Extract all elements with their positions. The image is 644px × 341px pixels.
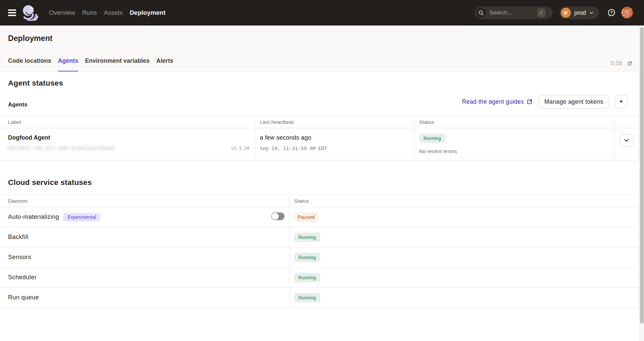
agent-heartbeat-relative: a few seconds ago xyxy=(260,134,414,142)
auto-materializing-toggle[interactable] xyxy=(271,212,284,220)
agents-col-actions xyxy=(614,116,638,128)
scrollbar-thumb[interactable] xyxy=(640,27,644,324)
agents-col-status: Status xyxy=(414,116,614,128)
read-agent-guides-label: Read the agent guides xyxy=(462,98,524,105)
daemon-status-badge: Running xyxy=(294,253,320,262)
refresh-countdown: 0:16 xyxy=(611,60,622,67)
agents-table: Label Last heartbeat Status Dogfood Agen… xyxy=(0,116,639,160)
daemon-status-badge: Running xyxy=(294,233,320,242)
daemon-row-scheduler: Scheduler Running xyxy=(0,267,638,288)
daemon-status-badge: Running xyxy=(294,273,320,282)
daemon-name: Scheduler xyxy=(8,274,37,281)
primary-nav-links: Overview Runs Assets Deployment xyxy=(49,9,166,16)
external-link-icon xyxy=(527,99,532,105)
agents-toolbar: Agents Read the agent guides Manage agen… xyxy=(8,95,628,108)
svg-text:?: ? xyxy=(610,10,613,15)
agent-tokens-dropdown-button[interactable] xyxy=(615,95,628,108)
daemon-name: Sensors xyxy=(8,254,31,260)
caret-down-icon xyxy=(620,101,623,103)
user-avatar[interactable] xyxy=(621,7,633,19)
refresh-icon[interactable] xyxy=(627,61,633,66)
chevron-down-icon xyxy=(624,139,629,142)
cloud-col-status: Status xyxy=(289,195,638,207)
main-content: Agent statuses Agents Read the agent gui… xyxy=(0,71,644,308)
deployment-switcher[interactable]: P prod xyxy=(559,6,599,19)
search-icon xyxy=(476,8,486,18)
nav-link-runs[interactable]: Runs xyxy=(82,9,97,16)
agent-row-expand-button[interactable] xyxy=(620,134,633,147)
agent-heartbeat-timestamp: Sep 19, 11:31:59 AM EDT xyxy=(260,146,414,151)
tab-agents[interactable]: Agents xyxy=(58,57,78,71)
deployment-switcher-label: prod xyxy=(574,9,586,16)
experimental-badge: Experimental xyxy=(63,213,100,222)
nav-link-assets[interactable]: Assets xyxy=(104,9,123,16)
agents-col-label: Label xyxy=(0,116,255,128)
daemon-status-badge: Paused xyxy=(294,212,319,222)
manage-agent-tokens-button[interactable]: Manage agent tokens xyxy=(539,95,609,108)
cloud-table-header-row: Daemon Status xyxy=(0,195,638,207)
deployment-tabs: Code locations Agents Environment variab… xyxy=(8,57,173,71)
read-agent-guides-link[interactable]: Read the agent guides xyxy=(462,98,533,105)
global-search-input[interactable]: Search... / xyxy=(475,6,553,19)
cloud-col-daemon: Daemon xyxy=(0,195,289,207)
daemon-row-sensors: Sensors Running xyxy=(0,247,638,267)
daemon-name: Run queue xyxy=(8,294,39,301)
tab-code-locations[interactable]: Code locations xyxy=(8,57,51,71)
daemon-row-run-queue: Run queue Running xyxy=(0,288,638,308)
daemon-name: Auto-materializing xyxy=(8,213,59,221)
agent-status-note: No recent errors xyxy=(419,148,614,154)
top-navigation-bar: Overview Runs Assets Deployment Search..… xyxy=(0,0,644,26)
nav-link-deployment[interactable]: Deployment xyxy=(130,9,166,16)
cloud-services-table: Daemon Status Auto-materializing Experim… xyxy=(0,195,639,308)
page-title: Deployment xyxy=(8,26,644,43)
nav-link-overview[interactable]: Overview xyxy=(49,9,75,16)
chevron-down-icon xyxy=(589,11,594,15)
daemon-row-auto-materializing: Auto-materializing Experimental Paused xyxy=(0,207,638,227)
dagster-logo-icon[interactable] xyxy=(23,5,38,21)
agent-version: v1.1.20 xyxy=(231,146,250,151)
tab-alerts[interactable]: Alerts xyxy=(156,57,173,71)
agents-col-last-heartbeat: Last heartbeat xyxy=(255,116,414,128)
agent-id-redacted: 5017873-23b-47f-a9b-9c995a237b8e42 xyxy=(8,146,116,151)
tab-environment-variables[interactable]: Environment variables xyxy=(85,57,150,71)
page-header: Deployment Code locations Agents Environ… xyxy=(0,26,644,71)
search-placeholder: Search... xyxy=(489,9,537,16)
deployment-avatar: P xyxy=(561,8,571,18)
agent-statuses-heading: Agent statuses xyxy=(0,71,644,88)
agents-table-header-row: Label Last heartbeat Status xyxy=(0,116,638,128)
agent-status-badge: Running xyxy=(419,134,445,143)
daemon-status-badge: Running xyxy=(294,293,320,302)
daemon-name: Backfill xyxy=(8,234,29,240)
hamburger-menu-icon[interactable] xyxy=(8,9,16,16)
help-button[interactable]: ? xyxy=(607,8,616,17)
page-scrollbar[interactable] xyxy=(639,26,644,341)
daemon-row-backfill: Backfill Running xyxy=(0,227,638,247)
agents-subheading: Agents xyxy=(8,101,28,108)
cloud-service-statuses-heading: Cloud service statuses xyxy=(0,160,644,187)
search-shortcut-key: / xyxy=(537,8,545,17)
agent-row: Dogfood Agent 5017873-23b-47f-a9b-9c995a… xyxy=(0,128,638,160)
agent-name: Dogfood Agent xyxy=(8,134,250,142)
